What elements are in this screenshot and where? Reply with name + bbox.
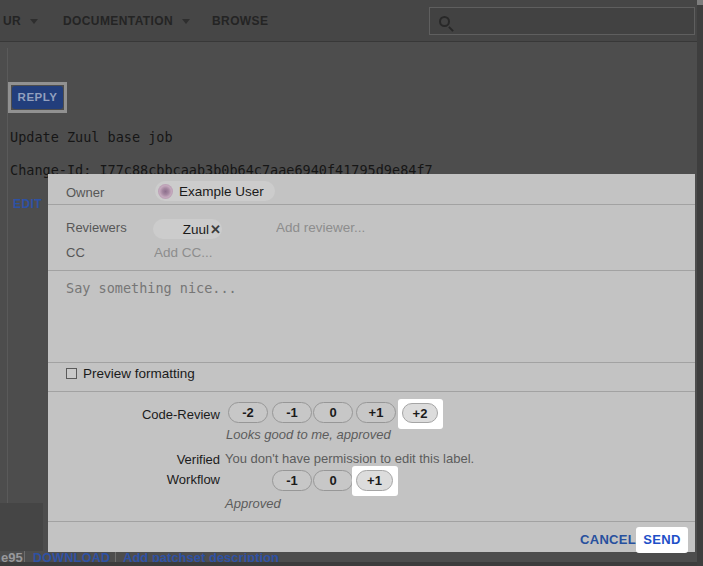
- divider: [48, 204, 695, 205]
- gerrit-change-screen: UR DOCUMENTATION BROWSE REPLY Update Zuu…: [0, 0, 703, 566]
- file-table-fragment: [0, 503, 43, 551]
- verified-permission-message: You don't have permission to edit this l…: [225, 451, 474, 466]
- code-review-minus1-button[interactable]: -1: [272, 402, 312, 423]
- workflow-description: Approved: [225, 496, 281, 511]
- reviewer-chip-name: Zuul: [183, 222, 209, 237]
- workflow-plus1-highlight: +1: [352, 466, 398, 496]
- code-review-minus2-button[interactable]: -2: [228, 402, 268, 423]
- reply-message-textarea[interactable]: [58, 272, 684, 356]
- scrollbar-thumb[interactable]: [697, 0, 703, 5]
- add-cc-input[interactable]: [154, 245, 334, 260]
- nav-menu-documentation[interactable]: DOCUMENTATION: [63, 0, 190, 42]
- cancel-button[interactable]: CANCEL: [580, 532, 636, 547]
- search-box[interactable]: [429, 7, 695, 35]
- workflow-label: Workflow: [58, 472, 220, 487]
- owner-chip[interactable]: Example User: [155, 181, 275, 201]
- workflow-minus1-button[interactable]: -1: [272, 470, 312, 491]
- nav-menu-ur[interactable]: UR: [3, 0, 38, 42]
- code-review-plus2-highlight: +2: [398, 399, 443, 429]
- edit-link[interactable]: EDIT: [13, 197, 42, 211]
- avatar: [158, 184, 173, 199]
- top-navigation-bar: UR DOCUMENTATION BROWSE: [0, 0, 703, 42]
- divider: [48, 270, 695, 271]
- divider: [48, 362, 695, 363]
- page-scrollbar[interactable]: [697, 0, 703, 566]
- divider: [48, 521, 695, 522]
- workflow-plus1-button[interactable]: +1: [356, 470, 393, 491]
- search-icon: [439, 16, 450, 27]
- divider: [48, 391, 695, 392]
- code-review-label: Code-Review: [58, 407, 220, 422]
- nav-menu-documentation-label: DOCUMENTATION: [63, 14, 173, 28]
- content-card-edge: [7, 48, 8, 551]
- verified-label: Verified: [58, 452, 220, 467]
- chevron-down-icon: [182, 19, 190, 24]
- workflow-zero-button[interactable]: 0: [313, 470, 353, 491]
- commit-message-subject: Update Zuul base job: [10, 129, 173, 145]
- add-reviewer-input[interactable]: [276, 220, 456, 235]
- owner-chip-name: Example User: [179, 184, 264, 199]
- nav-menu-ur-label: UR: [3, 14, 21, 28]
- search-input[interactable]: [457, 14, 694, 29]
- send-button[interactable]: SEND: [636, 527, 688, 553]
- reviewer-chip-zuul[interactable]: Zuul ✕: [153, 219, 222, 239]
- reply-button[interactable]: REPLY: [12, 86, 63, 109]
- preview-formatting-label: Preview formatting: [83, 366, 195, 381]
- reviewers-label: Reviewers: [66, 220, 127, 235]
- reply-dialog: Owner Example User Reviewers Zuul ✕ CC P…: [48, 174, 695, 552]
- page-bottom-strip: [0, 562, 703, 566]
- chevron-down-icon: [30, 19, 38, 24]
- code-review-zero-button[interactable]: 0: [313, 402, 353, 423]
- cc-label: CC: [66, 245, 85, 260]
- send-button-highlight: SEND: [636, 527, 688, 553]
- code-review-plus1-button[interactable]: +1: [356, 402, 396, 423]
- code-review-plus2-button[interactable]: +2: [402, 403, 438, 423]
- nav-menu-browse[interactable]: BROWSE: [212, 0, 268, 42]
- nav-menu-browse-label: BROWSE: [212, 14, 268, 28]
- owner-label: Owner: [66, 185, 104, 200]
- preview-formatting-checkbox[interactable]: [66, 368, 77, 379]
- remove-reviewer-icon[interactable]: ✕: [210, 222, 221, 237]
- code-review-description: Looks good to me, approved: [226, 427, 391, 442]
